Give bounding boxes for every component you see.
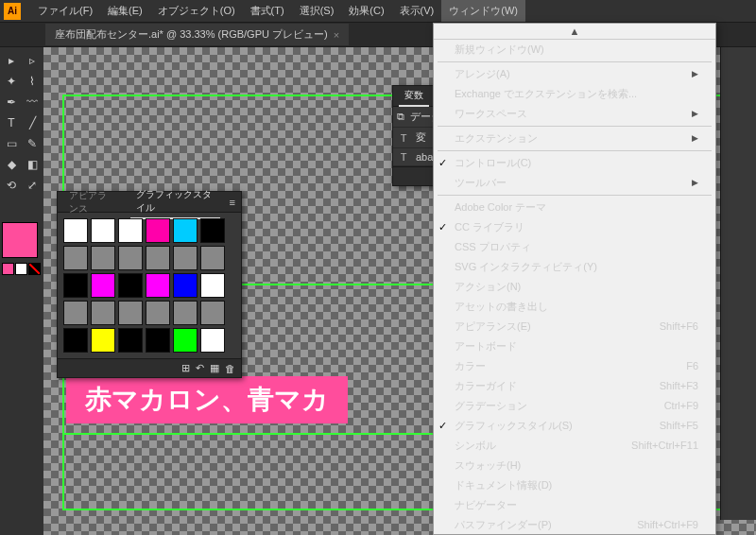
rectangle-tool[interactable]: ▭ [2, 134, 21, 153]
menu-item[interactable]: カラーガイドShift+F3 [434, 376, 715, 396]
close-icon[interactable]: × [334, 29, 339, 41]
graphic-style-swatch[interactable] [118, 328, 143, 353]
scroll-up-icon[interactable]: ▲ [434, 24, 715, 40]
graphic-style-swatch[interactable] [200, 328, 225, 353]
app-logo: Ai [4, 3, 21, 20]
graphic-style-swatch[interactable] [146, 328, 170, 353]
trash-icon[interactable]: 🗑 [225, 363, 235, 374]
menu-編集[interactable]: 編集(E) [100, 0, 150, 22]
shaper-tool[interactable]: ◆ [2, 155, 21, 174]
graphic-style-swatch[interactable] [91, 273, 115, 298]
graphic-style-swatch[interactable] [91, 301, 115, 325]
graphic-style-swatch[interactable] [63, 246, 88, 270]
footer-icon[interactable]: ▦ [210, 362, 219, 374]
graphic-style-swatch[interactable] [63, 218, 88, 243]
curvature-tool[interactable]: 〰 [23, 93, 42, 112]
panel-header[interactable]: アピアランス グラフィックスタイル ≡ [58, 192, 241, 213]
graphic-style-swatch[interactable] [91, 328, 115, 353]
menu-item-label: Adobe Color テーマ [455, 200, 546, 215]
menu-item[interactable]: ドキュメント情報(D) [434, 475, 715, 495]
menu-選択[interactable]: 選択(S) [292, 0, 342, 22]
tab-variables[interactable]: 変数 [399, 86, 429, 107]
graphic-style-swatch[interactable] [146, 301, 170, 325]
graphic-style-swatch[interactable] [146, 218, 170, 243]
rotate-tool[interactable]: ⟲ [2, 176, 21, 195]
graphic-style-swatch[interactable] [118, 218, 143, 243]
graphic-style-swatch[interactable] [173, 301, 198, 325]
menu-item-label: Exchange でエクステンションを検索... [455, 87, 637, 101]
footer-icon[interactable]: ⊞ [181, 362, 190, 374]
graphic-style-swatch[interactable] [91, 246, 115, 270]
menu-item[interactable]: アートボード [434, 337, 715, 356]
graphic-style-swatch[interactable] [173, 273, 198, 298]
menu-item-label: アピアランス(E) [455, 319, 531, 334]
menu-ファイル[interactable]: ファイル(F) [30, 0, 100, 22]
panel-menu-icon[interactable]: ≡ [230, 197, 235, 208]
tab-graphic-styles[interactable]: グラフィックスタイル [130, 185, 219, 219]
magic-wand-tool[interactable]: ✦ [2, 72, 21, 91]
menu-item[interactable]: 新規ウィンドウ(W) [434, 40, 715, 60]
graphic-style-swatch[interactable] [118, 246, 143, 270]
pen-tool[interactable]: ✒ [2, 93, 21, 112]
menu-書式[interactable]: 書式(T) [243, 0, 292, 22]
menu-ウィンドウ[interactable]: ウィンドウ(W) [441, 0, 525, 22]
menu-item[interactable]: グラデーションCtrl+F9 [434, 396, 715, 416]
graphic-styles-panel[interactable]: アピアランス グラフィックスタイル ≡ ⊞ ↶ ▦ 🗑 [57, 191, 242, 378]
graphic-style-swatch[interactable] [118, 301, 143, 325]
graphic-style-swatch[interactable] [200, 218, 225, 243]
swatch-pink[interactable] [2, 263, 14, 275]
tab-appearance[interactable]: アピアランス [63, 186, 121, 218]
graphic-style-swatch[interactable] [173, 246, 198, 270]
menu-item[interactable]: ワークスペース▶ [434, 104, 715, 124]
paintbrush-tool[interactable]: ✎ [23, 134, 42, 153]
menu-オブジェクト[interactable]: オブジェクト(O) [150, 0, 243, 22]
lasso-tool[interactable]: ⌇ [23, 72, 42, 91]
graphic-styles-grid [58, 213, 241, 358]
menu-item[interactable]: ✓CC ライブラリ [434, 217, 715, 237]
graphic-style-swatch[interactable] [63, 273, 88, 298]
type-tool[interactable]: T [2, 113, 21, 132]
document-tab[interactable]: 座布団配布センター.ai* @ 33.33% (RGB/GPU プレビュー) × [45, 24, 349, 45]
menu-item[interactable]: アセットの書き出し [434, 297, 715, 317]
scale-tool[interactable]: ⤢ [23, 176, 42, 195]
graphic-style-swatch[interactable] [200, 273, 225, 298]
graphic-style-swatch[interactable] [200, 301, 225, 325]
menu-item[interactable]: CSS プロパティ [434, 237, 715, 257]
graphic-style-swatch[interactable] [173, 218, 198, 243]
menu-効果[interactable]: 効果(C) [341, 0, 391, 22]
graphic-style-swatch[interactable] [63, 328, 88, 353]
fill-swatch[interactable] [2, 222, 38, 258]
menu-item[interactable]: ツールバー▶ [434, 173, 715, 193]
menu-item[interactable]: Adobe Color テーマ [434, 198, 715, 217]
menu-item[interactable]: エクステンション▶ [434, 129, 715, 148]
menu-item[interactable]: SVG インタラクティビティ(Y) [434, 257, 715, 277]
menu-item[interactable]: ✓コントロール(C) [434, 153, 715, 173]
document-tab-title: 座布団配布センター.ai* @ 33.33% (RGB/GPU プレビュー) [55, 27, 328, 42]
selection-tool[interactable]: ▸ [2, 51, 21, 70]
menu-item[interactable]: アピアランス(E)Shift+F6 [434, 317, 715, 337]
menu-item[interactable]: アレンジ(A)▶ [434, 64, 715, 84]
direct-selection-tool[interactable]: ▹ [23, 51, 42, 70]
menu-item[interactable]: ナビゲーター [434, 495, 715, 515]
menu-item[interactable]: アクション(N) [434, 277, 715, 297]
menu-item[interactable]: パスファインダー(P)Shift+Ctrl+F9 [434, 515, 715, 535]
graphic-style-swatch[interactable] [200, 246, 225, 270]
graphic-style-swatch[interactable] [173, 328, 198, 353]
graphic-style-swatch[interactable] [63, 301, 88, 325]
menu-item[interactable]: シンボルShift+Ctrl+F11 [434, 436, 715, 456]
footer-icon[interactable]: ↶ [196, 362, 204, 374]
menu-item[interactable]: スウォッチ(H) [434, 456, 715, 475]
text-object[interactable]: 赤マカロン、青マカ [66, 376, 348, 423]
swatch-white[interactable] [15, 263, 27, 275]
right-panel-strip[interactable] [720, 47, 756, 520]
eraser-tool[interactable]: ◧ [23, 155, 42, 174]
menu-item[interactable]: Exchange でエクステンションを検索... [434, 84, 715, 104]
graphic-style-swatch[interactable] [146, 273, 170, 298]
menu-item[interactable]: ✓グラフィックスタイル(S)Shift+F5 [434, 416, 715, 436]
menu-item[interactable]: カラーF6 [434, 356, 715, 376]
menu-表示[interactable]: 表示(V) [392, 0, 442, 22]
graphic-style-swatch[interactable] [118, 273, 143, 298]
line-tool[interactable]: ╱ [23, 113, 42, 132]
graphic-style-swatch[interactable] [146, 246, 170, 270]
graphic-style-swatch[interactable] [91, 218, 115, 243]
